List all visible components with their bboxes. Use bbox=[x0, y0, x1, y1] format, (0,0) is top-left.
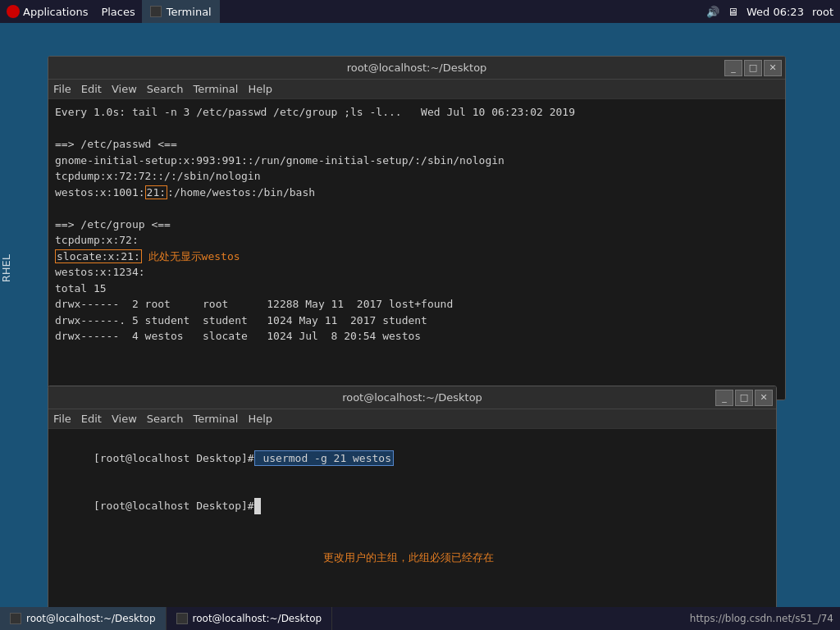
terminal-window-1: root@localhost:~/Desktop _ □ ✕ File Edit… bbox=[48, 56, 786, 400]
close-button-2[interactable]: ✕ bbox=[755, 390, 773, 406]
window1-controls: _ □ ✕ bbox=[724, 60, 782, 76]
annotation-usermod: 更改用户的主组，此组必须已经存在 bbox=[323, 551, 494, 564]
menu-view[interactable]: View bbox=[112, 83, 137, 95]
menu2-help[interactable]: Help bbox=[248, 413, 272, 425]
window1-title: root@localhost:~/Desktop bbox=[347, 62, 487, 74]
line5: tcpdump:x:72:72::/:/sbin/nologin bbox=[55, 168, 778, 185]
line11: westos:x:1234: bbox=[55, 264, 778, 281]
taskbar-top: Applications Places Terminal 🔊 🖥 Wed 06:… bbox=[0, 0, 840, 23]
prompt2: [root@localhost Desktop]# bbox=[94, 500, 254, 512]
terminal-taskbar-label: Terminal bbox=[167, 6, 212, 18]
line8: ==> /etc/group <== bbox=[55, 217, 778, 233]
prompt-line: [root@localhost Desktop]# bbox=[55, 482, 769, 531]
line4: gnome-initial-setup:x:993:991::/run/gnom… bbox=[55, 153, 778, 169]
line9: tcpdump:x:72: bbox=[55, 232, 778, 249]
volume-icon[interactable]: 🔊 bbox=[706, 6, 719, 18]
user-label: root bbox=[812, 6, 833, 18]
window2-menubar: File Edit View Search Terminal Help bbox=[48, 409, 776, 429]
terminal-icon bbox=[150, 6, 162, 17]
menu2-edit[interactable]: Edit bbox=[81, 413, 102, 425]
menu2-view[interactable]: View bbox=[112, 413, 137, 425]
window2-content: [root@localhost Desktop]# usermod -g 21 … bbox=[48, 429, 776, 623]
menu-file[interactable]: File bbox=[53, 83, 71, 95]
menu2-search[interactable]: Search bbox=[147, 413, 184, 425]
command-highlight: usermod -g 21 westos bbox=[254, 450, 394, 466]
redhat-icon bbox=[7, 5, 20, 18]
menu-help[interactable]: Help bbox=[248, 83, 272, 95]
highlight-slocate: slocate:x:21: bbox=[55, 249, 142, 263]
annotation-westos: 此处无显示westos bbox=[142, 250, 240, 262]
menu2-file[interactable]: File bbox=[53, 413, 71, 425]
menu-search[interactable]: Search bbox=[147, 83, 184, 95]
taskbar-item-2[interactable]: root@localhost:~/Desktop bbox=[167, 607, 333, 630]
places-label: Places bbox=[101, 6, 135, 18]
minimize-button[interactable]: _ bbox=[724, 60, 742, 76]
line12: total 15 bbox=[55, 281, 778, 297]
clock: Wed 06:23 bbox=[746, 6, 804, 18]
display-icon[interactable]: 🖥 bbox=[728, 6, 738, 18]
minimize-button-2[interactable]: _ bbox=[715, 390, 733, 406]
maximize-button[interactable]: □ bbox=[744, 60, 762, 76]
menu2-terminal[interactable]: Terminal bbox=[193, 413, 238, 425]
line3: ==> /etc/passwd <== bbox=[55, 136, 778, 153]
prompt1: [root@localhost Desktop]# bbox=[94, 452, 254, 464]
taskbar-bottom-right: https://blog.csdn.net/s51_/74 bbox=[690, 613, 840, 624]
bottom-link: https://blog.csdn.net/s51_/74 bbox=[690, 613, 833, 624]
window2-title: root@localhost:~/Desktop bbox=[342, 391, 482, 404]
maximize-button-2[interactable]: □ bbox=[735, 390, 753, 406]
annotation-line: 更改用户的主组，此组必须已经存在 bbox=[285, 533, 769, 582]
menu-edit[interactable]: Edit bbox=[81, 83, 102, 95]
task-icon-2 bbox=[176, 613, 188, 624]
places-menu[interactable]: Places bbox=[94, 0, 141, 23]
taskbar-item-1[interactable]: root@localhost:~/Desktop bbox=[0, 607, 167, 630]
applications-label: Applications bbox=[23, 6, 88, 18]
taskbar-bottom: root@localhost:~/Desktop root@localhost:… bbox=[0, 607, 840, 630]
task-icon-1 bbox=[10, 613, 21, 624]
terminal-window-2: root@localhost:~/Desktop _ □ ✕ File Edit… bbox=[48, 386, 777, 623]
highlight-21: 21: bbox=[145, 185, 167, 199]
task-label-2: root@localhost:~/Desktop bbox=[193, 613, 322, 624]
close-button[interactable]: ✕ bbox=[764, 60, 782, 76]
window1-titlebar: root@localhost:~/Desktop _ □ ✕ bbox=[48, 57, 785, 80]
cursor bbox=[254, 498, 261, 514]
window1-menubar: File Edit View Search Terminal Help bbox=[48, 80, 785, 99]
line7 bbox=[55, 200, 778, 217]
applications-menu[interactable]: Applications bbox=[0, 0, 94, 23]
line15: drwx------ 4 westos slocate 1024 Jul 8 2… bbox=[55, 328, 778, 345]
taskbar-top-right: 🔊 🖥 Wed 06:23 root bbox=[706, 6, 840, 18]
window1-content: Every 1.0s: tail -n 3 /etc/passwd /etc/g… bbox=[48, 99, 785, 399]
line2 bbox=[55, 121, 778, 137]
command-line: [root@localhost Desktop]# usermod -g 21 … bbox=[55, 434, 769, 482]
line10: slocate:x:21: 此处无显示westos bbox=[55, 249, 778, 265]
rhel-label: RHEL bbox=[0, 254, 12, 282]
window2-titlebar: root@localhost:~/Desktop _ □ ✕ bbox=[48, 386, 776, 409]
line1: Every 1.0s: tail -n 3 /etc/passwd /etc/g… bbox=[55, 104, 778, 121]
task-label-1: root@localhost:~/Desktop bbox=[26, 613, 156, 624]
line6: westos:x:1001:21::/home/westos:/bin/bash bbox=[55, 185, 778, 201]
line13: drwx------ 2 root root 12288 May 11 2017… bbox=[55, 296, 778, 313]
menu-terminal[interactable]: Terminal bbox=[193, 83, 238, 95]
window2-controls: _ □ ✕ bbox=[715, 390, 773, 406]
line14: drwx------. 5 student student 1024 May 1… bbox=[55, 313, 778, 329]
terminal-taskbar-item[interactable]: Terminal bbox=[142, 0, 220, 23]
